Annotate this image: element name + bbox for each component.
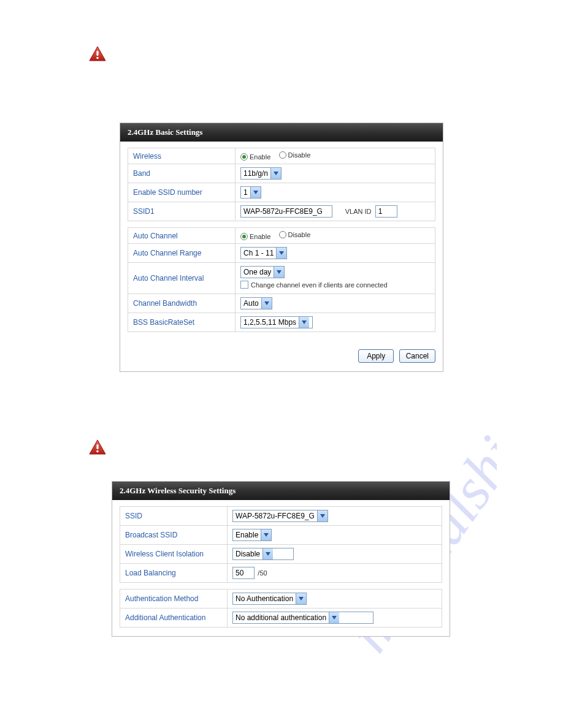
- enable-ssid-number-label: Enable SSID number: [128, 183, 236, 202]
- svg-rect-11: [96, 444, 98, 449]
- load-balancing-label: Load Balancing: [120, 564, 228, 583]
- basic-settings-panel: 2.4GHz Basic Settings Wireless Enable Di…: [120, 123, 443, 372]
- panel-title: 2.4GHz Wireless Security Settings: [112, 482, 450, 500]
- auto-channel-disable-radio[interactable]: Disable: [279, 231, 311, 238]
- wireless-enable-radio[interactable]: Enable: [240, 153, 270, 161]
- panel-title: 2.4GHz Basic Settings: [120, 123, 443, 142]
- authentication-method-label: Authentication Method: [120, 590, 228, 609]
- row-band: Band 11b/g/n: [128, 164, 435, 183]
- chevron-down-icon: [261, 298, 272, 309]
- row-channel-bandwidth: Channel Bandwidth Auto: [128, 294, 435, 313]
- additional-authentication-label: Additional Authentication: [120, 609, 228, 628]
- load-balancing-suffix: /50: [258, 569, 267, 577]
- chevron-down-icon: [276, 248, 286, 259]
- row-enable-ssid-number: Enable SSID number 1: [128, 183, 435, 202]
- svg-point-12: [96, 450, 99, 453]
- checkbox-icon: [240, 281, 248, 289]
- chevron-down-icon: [296, 593, 306, 604]
- channel-bandwidth-label: Channel Bandwidth: [128, 294, 236, 313]
- row-bss-basic-rate-set: BSS BasicRateSet 1,2,5.5,11 Mbps: [128, 313, 435, 332]
- ssid-label: SSID: [120, 507, 228, 526]
- wireless-label: Wireless: [128, 148, 236, 164]
- radio-icon: [279, 231, 286, 238]
- svg-marker-5: [253, 191, 258, 194]
- radio-icon: [279, 151, 286, 159]
- ssid1-input[interactable]: WAP-5872u-FFC8E9_G: [240, 205, 332, 218]
- authentication-method-select[interactable]: No Authentication: [232, 593, 307, 605]
- row-ssid1: SSID1 WAP-5872u-FFC8E9_G VLAN ID 1: [128, 202, 435, 221]
- band-label: Band: [128, 164, 236, 183]
- chevron-down-icon: [274, 267, 284, 278]
- chevron-down-icon: [317, 510, 327, 521]
- svg-marker-8: [264, 301, 269, 305]
- svg-marker-16: [299, 597, 304, 601]
- vlan-id-input[interactable]: 1: [375, 205, 397, 218]
- basic-settings-table-2: Auto Channel Enable Disable Auto Channel…: [128, 227, 435, 332]
- chevron-down-icon: [270, 168, 281, 179]
- wireless-security-panel: 2.4GHz Wireless Security Settings SSID W…: [112, 481, 450, 637]
- row-auto-channel-interval: Auto Channel Interval One day Change cha…: [128, 263, 435, 294]
- chevron-down-icon: [261, 529, 271, 540]
- row-auto-channel-range: Auto Channel Range Ch 1 - 11: [128, 244, 435, 263]
- row-auto-channel: Auto Channel Enable Disable: [128, 228, 435, 244]
- broadcast-ssid-select[interactable]: Enable: [232, 529, 272, 541]
- row-wireless-client-isolation: Wireless Client Isolation Disable: [120, 545, 442, 564]
- bss-basic-rate-set-select[interactable]: 1,2,5.5,11 Mbps: [240, 316, 313, 328]
- svg-marker-13: [320, 514, 325, 518]
- svg-marker-15: [266, 552, 270, 556]
- enable-ssid-number-select[interactable]: 1: [240, 186, 261, 199]
- auto-channel-range-select[interactable]: Ch 1 - 11: [240, 247, 287, 259]
- auto-channel-label: Auto Channel: [128, 228, 236, 244]
- auto-channel-interval-select[interactable]: One day: [240, 266, 285, 278]
- additional-authentication-select[interactable]: No additional authentication: [232, 612, 373, 624]
- svg-marker-17: [332, 616, 337, 620]
- svg-rect-2: [96, 51, 98, 56]
- svg-marker-6: [279, 251, 284, 255]
- chevron-down-icon: [299, 317, 309, 328]
- chevron-down-icon: [250, 187, 261, 198]
- row-additional-authentication: Additional Authentication No additional …: [120, 609, 442, 628]
- auto-channel-range-label: Auto Channel Range: [128, 244, 236, 263]
- chevron-down-icon: [329, 612, 339, 623]
- row-wireless: Wireless Enable Disable: [128, 148, 435, 164]
- vlan-id-label: VLAN ID: [345, 208, 372, 215]
- auto-channel-interval-label: Auto Channel Interval: [128, 263, 236, 294]
- change-channel-checkbox[interactable]: Change channel even if clients are conne…: [240, 281, 388, 289]
- svg-marker-14: [264, 533, 269, 537]
- load-balancing-input[interactable]: 50: [232, 567, 255, 579]
- wireless-client-isolation-select[interactable]: Disable: [232, 548, 294, 560]
- svg-marker-4: [274, 172, 278, 175]
- chevron-down-icon: [262, 548, 273, 559]
- security-settings-table-2: Authentication Method No Authentication …: [120, 589, 442, 628]
- warning-icon: [89, 439, 106, 455]
- ssid-select[interactable]: WAP-5872u-FFC8E9_G: [232, 510, 328, 522]
- bss-basic-rate-set-label: BSS BasicRateSet: [128, 313, 236, 332]
- radio-icon: [240, 233, 248, 240]
- svg-marker-7: [277, 270, 282, 274]
- svg-marker-9: [302, 320, 307, 324]
- cancel-button[interactable]: Cancel: [399, 349, 435, 363]
- svg-point-3: [96, 57, 99, 59]
- auto-channel-enable-radio[interactable]: Enable: [240, 233, 270, 240]
- band-select[interactable]: 11b/g/n: [240, 167, 282, 180]
- wireless-client-isolation-label: Wireless Client Isolation: [120, 545, 228, 564]
- button-row: Apply Cancel: [120, 338, 443, 371]
- broadcast-ssid-label: Broadcast SSID: [120, 526, 228, 545]
- warning-icon: [89, 46, 106, 62]
- row-broadcast-ssid: Broadcast SSID Enable: [120, 526, 442, 545]
- security-settings-table-1: SSID WAP-5872u-FFC8E9_G Broadcast SSID E…: [120, 506, 442, 583]
- wireless-disable-radio[interactable]: Disable: [279, 151, 311, 159]
- basic-settings-table-1: Wireless Enable Disable Band 11b/g/n Ena…: [128, 148, 435, 221]
- apply-button[interactable]: Apply: [358, 349, 394, 363]
- row-ssid: SSID WAP-5872u-FFC8E9_G: [120, 507, 442, 526]
- row-authentication-method: Authentication Method No Authentication: [120, 590, 442, 609]
- row-load-balancing: Load Balancing 50 /50: [120, 564, 442, 583]
- radio-icon: [240, 153, 248, 161]
- channel-bandwidth-select[interactable]: Auto: [240, 297, 272, 309]
- ssid1-label: SSID1: [128, 202, 236, 221]
